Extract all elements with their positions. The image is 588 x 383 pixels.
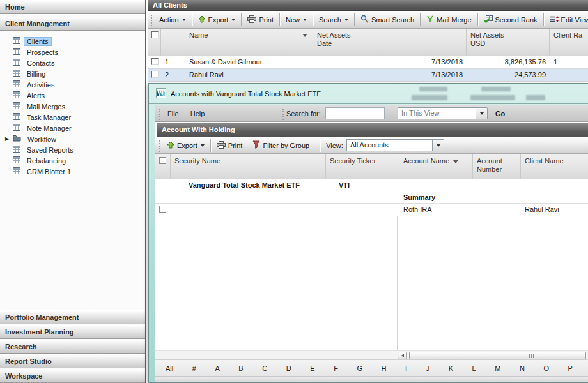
horizontal-scrollbar[interactable] — [155, 350, 588, 359]
sidebar-item-activities[interactable]: Activities — [0, 79, 145, 90]
column-header-account-name[interactable]: Account Name — [399, 154, 473, 179]
mail-merge-button[interactable]: Mail Merge — [421, 13, 476, 27]
print-button[interactable]: Print — [242, 13, 279, 27]
sidebar-section-research[interactable]: Research — [0, 340, 145, 354]
dropdown-button[interactable] — [433, 139, 444, 151]
alpha-filter-p[interactable]: P — [566, 363, 575, 373]
sidebar-section-investment-planning[interactable]: Investment Planning — [0, 325, 145, 339]
chevron-down-icon — [344, 19, 348, 21]
toolbar-grip[interactable] — [150, 13, 153, 26]
column-header-client-name[interactable]: Client Name — [521, 154, 588, 179]
action-button[interactable]: Action — [154, 13, 191, 27]
alpha-filter-d[interactable]: D — [284, 363, 294, 373]
search-input[interactable] — [325, 107, 385, 119]
table-icon — [13, 48, 20, 56]
alpha-filter-c[interactable]: C — [259, 363, 270, 373]
alpha-filter-f[interactable]: F — [331, 363, 341, 373]
column-header-client-rank[interactable]: Client Ra — [550, 29, 588, 56]
chevron-down-icon — [437, 144, 440, 147]
alpha-filter-n[interactable]: N — [517, 363, 527, 373]
alpha-filter-a[interactable]: A — [212, 363, 222, 373]
menu-help[interactable]: Help — [185, 110, 211, 117]
alpha-filter-i[interactable]: I — [403, 363, 410, 373]
table-row[interactable]: 1 Susan & David Gilmour 7/13/2018 8,826,… — [148, 56, 588, 69]
select-all-checkbox[interactable] — [159, 157, 166, 164]
export-button[interactable]: Export — [193, 13, 241, 27]
second-rank-button[interactable]: Second Rank — [479, 13, 543, 27]
go-button[interactable]: Go — [495, 110, 505, 117]
table-row[interactable]: Roth IRA Rahul Ravi — [155, 204, 588, 216]
column-header-name[interactable]: Name — [185, 29, 313, 56]
scrollbar-thumb[interactable] — [409, 352, 586, 359]
alpha-filter-m[interactable]: M — [492, 363, 503, 373]
section-header: Account With Holding — [157, 123, 588, 137]
sidebar-item-rebalancing[interactable]: Rebalancing — [0, 155, 145, 166]
sidebar-section-workspace[interactable]: Workspace — [0, 369, 145, 383]
column-header-net-assets-date[interactable]: Net Assets Date — [313, 29, 467, 56]
dropdown-button[interactable] — [476, 107, 488, 119]
sidebar-section-client-management[interactable]: Client Management — [0, 17, 145, 31]
sidebar-item-saved-reports[interactable]: Saved Reports — [0, 144, 145, 155]
column-header-net-assets-usd[interactable]: Net Assets USD — [467, 29, 550, 56]
column-header-security-ticker[interactable]: Security Ticker — [326, 154, 399, 179]
alpha-filter-g[interactable]: G — [354, 363, 365, 373]
alpha-filter-o[interactable]: O — [541, 363, 552, 373]
sidebar-section-report-studio[interactable]: Report Studio — [0, 354, 145, 368]
security-group-row[interactable]: Vanguard Total Stock Market ETF VTI — [155, 179, 588, 192]
alpha-filter-k[interactable]: K — [446, 363, 456, 373]
row-checkbox[interactable] — [151, 58, 159, 65]
alpha-filter-b[interactable]: B — [236, 363, 245, 373]
net-assets-usd-cell: 8,826,135.76 — [467, 56, 550, 68]
sidebar-item-contacts[interactable]: Contacts — [0, 57, 145, 68]
select-all-checkbox[interactable] — [151, 31, 159, 38]
menubar-grip[interactable] — [281, 107, 284, 120]
view-dropdown[interactable]: All Accounts — [346, 139, 444, 151]
sidebar-item-alerts[interactable]: Alerts — [0, 90, 145, 101]
alpha-filter-hash[interactable]: # — [190, 363, 199, 373]
sidebar-item-workflow[interactable]: ▶ Workflow — [0, 133, 145, 144]
search-button[interactable]: Search — [314, 13, 353, 27]
sidebar-item-clients[interactable]: Clients — [0, 36, 145, 47]
scroll-left-button[interactable] — [398, 352, 407, 359]
export-button[interactable]: Export — [162, 139, 210, 153]
sidebar-item-billing[interactable]: Billing — [0, 68, 145, 79]
search-scope-dropdown[interactable]: In This View — [398, 107, 488, 119]
table-icon — [13, 37, 20, 45]
dialog-titlebar[interactable]: Accounts with Vanguard Total Stock Marke… — [149, 84, 588, 104]
menubar-grip[interactable] — [157, 107, 160, 120]
alpha-filter-h[interactable]: H — [379, 363, 389, 373]
sidebar-item-crm-blotter-1[interactable]: CRM Blotter 1 — [0, 166, 145, 177]
expander-arrow-icon[interactable]: ▶ — [5, 136, 12, 142]
sidebar-item-mail-merges[interactable]: Mail Merges — [0, 101, 145, 112]
column-header-account-number[interactable]: Account Number — [473, 154, 521, 179]
row-checkbox[interactable] — [159, 206, 166, 213]
edit-view-button[interactable]: Edit View — [545, 13, 588, 27]
sidebar-item-list: Clients Prospects Contacts Billing Activ… — [0, 31, 145, 177]
row-checkbox[interactable] — [151, 71, 159, 78]
filter-by-group-button[interactable]: Filter by Group — [247, 139, 314, 153]
scrollbar-grip-icon — [529, 354, 535, 358]
toolbar-grip[interactable] — [157, 139, 160, 152]
alpha-filter-all[interactable]: All — [163, 363, 176, 373]
alpha-filter-e[interactable]: E — [307, 363, 317, 373]
sidebar-item-task-manager[interactable]: Task Manager — [0, 112, 145, 123]
new-button[interactable]: New — [281, 13, 312, 27]
column-header-security-name[interactable]: Security Name — [171, 154, 326, 179]
table-empty-area — [155, 216, 588, 350]
sidebar-section-portfolio-management[interactable]: Portfolio Management — [0, 310, 145, 324]
print-button[interactable]: Print — [212, 139, 248, 153]
table-row[interactable]: 2 Rahul Ravi 7/13/2018 24,573.99 — [148, 69, 588, 82]
menu-file[interactable]: File — [162, 110, 185, 117]
smart-search-button[interactable]: Smart Search — [355, 13, 419, 27]
sidebar-item-label: Note Manager — [24, 124, 75, 133]
sidebar-item-prospects[interactable]: Prospects — [0, 47, 145, 57]
security-ticker-cell: VTI — [326, 179, 399, 192]
sidebar-section-home[interactable]: Home — [0, 0, 145, 14]
account-name-cell: Roth IRA — [399, 204, 473, 216]
alpha-filter-l[interactable]: L — [470, 363, 479, 373]
sidebar-item-note-manager[interactable]: Note Manager — [0, 123, 145, 133]
client-name-cell: Susan & David Gilmour — [185, 56, 313, 68]
sort-desc-icon — [302, 34, 307, 37]
alpha-filter-j[interactable]: J — [424, 363, 433, 373]
divider — [192, 13, 192, 26]
